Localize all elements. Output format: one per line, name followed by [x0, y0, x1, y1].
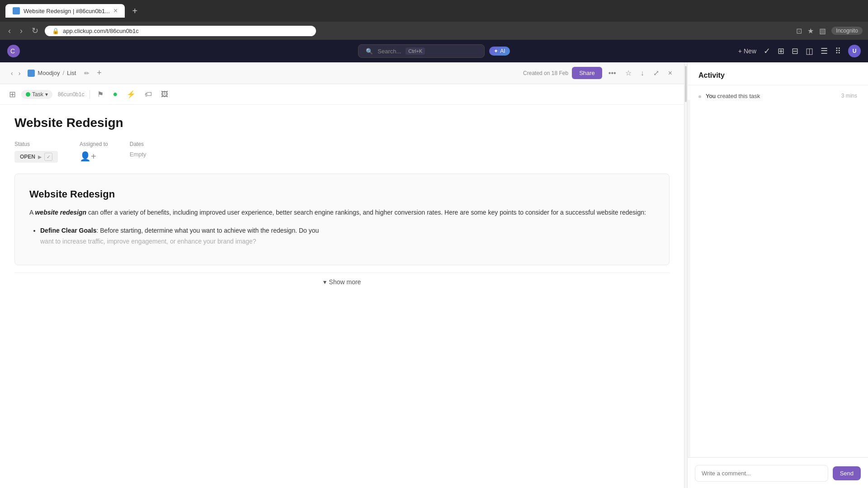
sidebar-icon[interactable]: ▧: [819, 27, 826, 35]
created-date: Created on 18 Feb: [523, 70, 568, 76]
tag-icon[interactable]: 🏷: [143, 89, 154, 100]
main-area: ‹ › Moodjoy / List ✏ + Created on 18 Feb…: [0, 62, 868, 488]
browser-back-button[interactable]: ‹: [5, 24, 14, 38]
image-icon[interactable]: 🖼: [159, 89, 170, 100]
task-title: Website Redesign: [14, 116, 670, 130]
list-label[interactable]: List: [67, 70, 76, 76]
search-placeholder: Search...: [377, 48, 401, 55]
alarm-icon[interactable]: ◫: [806, 46, 813, 56]
task-type-selector[interactable]: Task ▾: [21, 90, 52, 99]
list-item-1-text: : Before starting, determine what you wa…: [97, 227, 319, 234]
cast-icon[interactable]: ⊡: [796, 27, 802, 35]
tab-favicon: [13, 7, 20, 14]
star-button[interactable]: ☆: [623, 67, 634, 79]
incognito-badge: Incognito: [831, 27, 863, 35]
add-icon[interactable]: +: [97, 68, 102, 78]
check-toggle[interactable]: ✓: [44, 153, 52, 161]
doc-paragraph: A website redesign can offer a variety o…: [29, 207, 655, 218]
task-panel: ‹ › Moodjoy / List ✏ + Created on 18 Feb…: [0, 62, 684, 488]
breadcrumb-separator: /: [62, 70, 64, 76]
expand-button[interactable]: ⤢: [651, 67, 662, 79]
app-header: C 🔍 Search... Ctrl+K ✦ AI + New ✓ ⊞ ⊟ ◫ …: [0, 40, 868, 62]
activity-title: Activity: [698, 71, 857, 80]
url-display: app.clickup.com/t/86cun0b1c: [63, 28, 139, 34]
assign-button[interactable]: 👤+: [80, 151, 108, 162]
grid-icon[interactable]: ⠿: [835, 46, 841, 56]
header-actions: Created on 18 Feb Share ••• ☆ ↓ ⤢ ×: [523, 67, 675, 79]
activity-you-1: You: [706, 93, 716, 99]
search-shortcut: Ctrl+K: [406, 47, 425, 55]
task-toolbar: ⊞ Task ▾ 86cun0b1c ⚑ ● ⚡ 🏷 🖼: [0, 84, 684, 105]
new-label: New: [744, 47, 756, 55]
flag-icon[interactable]: ⚑: [95, 88, 105, 100]
dates-label: Dates: [130, 141, 146, 147]
send-button[interactable]: Send: [833, 466, 861, 480]
edit-icon[interactable]: ✏: [84, 70, 90, 77]
task-fields: Status OPEN ▶ ✓ Assigned to 👤+ Dates: [14, 141, 670, 163]
workspace-icon: [28, 70, 35, 77]
comment-input[interactable]: [695, 465, 828, 482]
workspace-label[interactable]: Moodjoy: [38, 70, 60, 76]
chevron-down-icon: ▾: [323, 278, 326, 286]
download-button[interactable]: ↓: [638, 67, 647, 79]
search-icon: 🔍: [366, 48, 373, 55]
app-logo: C: [7, 45, 20, 57]
status-badge[interactable]: OPEN ▶ ✓: [14, 151, 58, 163]
svg-text:C: C: [10, 47, 15, 55]
activity-scroll-track[interactable]: [688, 100, 690, 457]
ai-label: AI: [500, 48, 505, 54]
show-more-button[interactable]: ▾ Show more: [14, 272, 670, 291]
show-more-label: Show more: [329, 278, 361, 286]
assigned-field: Assigned to 👤+: [80, 141, 108, 163]
ai-badge[interactable]: ✦ AI: [489, 47, 509, 56]
nav-arrows: ‹ ›: [9, 68, 22, 79]
activity-header: Activity: [688, 62, 868, 85]
browser-forward-button[interactable]: ›: [17, 24, 25, 38]
user-avatar[interactable]: U: [848, 45, 861, 57]
task-type-label: Task: [32, 91, 43, 98]
list-item-1-muted: want to increase traffic, improve engage…: [40, 238, 256, 245]
toolbar-divider: [90, 90, 90, 99]
activity-text-1: You created this task: [706, 93, 837, 99]
sidebar-toggle-button[interactable]: ⊞: [9, 89, 16, 99]
status-arrow-icon: ▶: [38, 155, 42, 160]
tab-close-btn[interactable]: ×: [113, 7, 118, 15]
new-button[interactable]: + New: [738, 47, 756, 55]
new-tab-button[interactable]: +: [128, 4, 141, 18]
panel-back-button[interactable]: ‹: [9, 68, 15, 79]
activity-panel: Activity You created this task 3 mins Yo…: [687, 62, 868, 488]
activity-list: You created this task 3 mins You changed…: [688, 85, 868, 100]
dates-field: Dates Empty: [130, 141, 146, 163]
activity-item-1: You created this task 3 mins: [698, 93, 857, 99]
lightning-icon[interactable]: ⚡: [125, 88, 137, 100]
doc-list: Define Clear Goals: Before starting, det…: [29, 225, 655, 247]
browser-reload-button[interactable]: ↻: [29, 24, 41, 38]
ai-star-icon: ✦: [494, 48, 498, 54]
panel-forward-button[interactable]: ›: [17, 68, 23, 79]
close-button[interactable]: ×: [665, 67, 675, 79]
circle-check-icon[interactable]: ●: [111, 88, 119, 101]
tab-title: Website Redesign | #86cun0b1...: [24, 8, 110, 14]
list-item-1-bold: Define Clear Goals: [40, 227, 97, 234]
browser-tab[interactable]: Website Redesign | #86cun0b1... ×: [5, 4, 125, 18]
status-label: Status: [14, 141, 58, 147]
search-bar[interactable]: 🔍 Search... Ctrl+K: [358, 44, 485, 58]
check-icon[interactable]: ✓: [764, 46, 770, 56]
share-button[interactable]: Share: [572, 67, 602, 79]
task-type-chevron: ▾: [45, 91, 48, 98]
doc-highlight: website redesign: [35, 209, 86, 216]
task-id: 86cun0b1c: [58, 91, 85, 98]
status-value: OPEN: [20, 154, 35, 160]
document-area: Website Redesign A website redesign can …: [14, 174, 670, 265]
task-scroll-thumb[interactable]: [685, 66, 687, 102]
task-scroll-track[interactable]: [684, 62, 687, 488]
dates-value[interactable]: Empty: [130, 151, 146, 158]
more-options-button[interactable]: •••: [606, 67, 619, 79]
lock-icon: 🔒: [52, 28, 59, 34]
task-status-dot: [26, 92, 30, 97]
doc-icon[interactable]: ☰: [821, 46, 828, 56]
clock-icon[interactable]: ⊞: [778, 46, 784, 56]
bookmark-icon[interactable]: ★: [807, 27, 814, 35]
address-bar[interactable]: 🔒 app.clickup.com/t/86cun0b1c: [45, 26, 316, 36]
video-icon[interactable]: ⊟: [792, 46, 798, 56]
